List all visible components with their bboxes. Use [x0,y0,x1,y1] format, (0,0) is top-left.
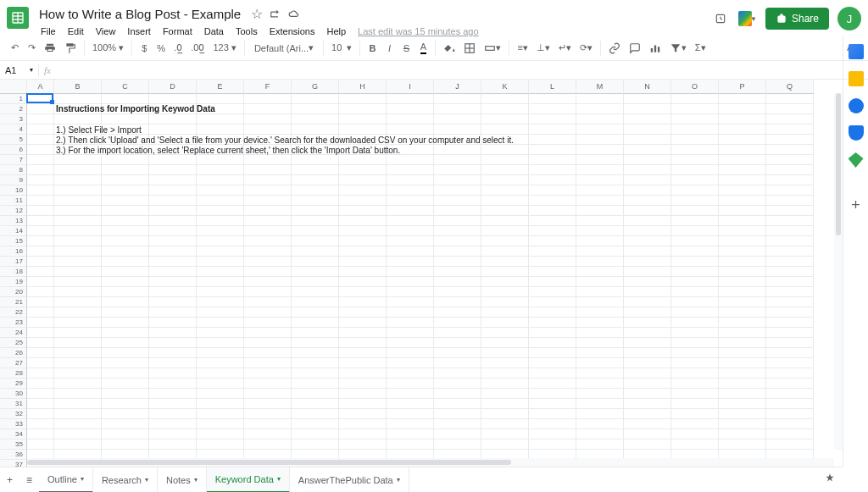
decrease-decimal-button[interactable]: .0̲ [170,39,186,58]
row-header-9[interactable]: 9 [0,175,27,185]
row-header-32[interactable]: 32 [0,409,27,419]
h-align-button[interactable]: ≡▾ [514,39,531,58]
sheet-tab-research[interactable]: Research▾ [93,467,158,493]
row-header-10[interactable]: 10 [0,185,27,196]
menu-data[interactable]: Data [199,25,229,38]
paint-format-icon[interactable] [61,39,80,58]
move-icon[interactable] [270,8,281,20]
italic-button[interactable]: I [381,39,397,58]
row-header-34[interactable]: 34 [0,429,27,439]
col-header-J[interactable]: J [434,80,481,94]
col-header-C[interactable]: C [102,80,149,94]
font-size-select[interactable]: 10 ▾ [328,41,355,55]
menu-help[interactable]: Help [321,25,351,38]
document-title[interactable]: How to Write a Blog Post - Example [36,5,244,23]
row-header-14[interactable]: 14 [0,226,27,236]
col-header-I[interactable]: I [387,80,434,94]
account-avatar[interactable]: J [837,7,861,30]
row-header-37[interactable]: 37 [0,460,27,467]
row-header-13[interactable]: 13 [0,216,27,226]
sheet-tab-outline[interactable]: Outline▾ [39,467,93,493]
row-header-22[interactable]: 22 [0,307,27,318]
row-header-17[interactable]: 17 [0,257,27,267]
menu-view[interactable]: View [91,25,121,38]
merge-button[interactable]: ▾ [481,39,504,58]
wrap-button[interactable]: ↵▾ [555,39,575,58]
col-header-N[interactable]: N [624,80,671,94]
redo-icon[interactable]: ↷ [24,39,39,58]
menu-insert[interactable]: Insert [122,25,156,38]
link-icon[interactable] [605,39,624,58]
sheets-logo[interactable] [7,7,29,29]
sheet-tab-answerthepublic-data[interactable]: AnswerThePublic Data▾ [290,467,409,493]
addons-plus-icon[interactable]: + [851,196,860,214]
tasks-icon[interactable] [849,98,864,113]
bold-button[interactable]: B [364,39,380,58]
currency-button[interactable]: $ [136,39,152,58]
col-header-H[interactable]: H [339,80,387,94]
col-header-B[interactable]: B [54,80,102,94]
col-header-O[interactable]: O [671,80,719,94]
filter-icon[interactable]: ▾ [666,39,690,58]
menu-tools[interactable]: Tools [231,25,263,38]
row-header-28[interactable]: 28 [0,368,27,379]
row-header-16[interactable]: 16 [0,246,27,257]
col-header-F[interactable]: F [244,80,292,94]
row-header-24[interactable]: 24 [0,328,27,338]
row-header-4[interactable]: 4 [0,124,27,135]
row-header-29[interactable]: 29 [0,379,27,389]
row-header-6[interactable]: 6 [0,145,27,155]
row-header-19[interactable]: 19 [0,277,27,287]
col-header-G[interactable]: G [292,80,339,94]
row-header-30[interactable]: 30 [0,389,27,399]
menu-file[interactable]: File [36,25,61,38]
col-header-M[interactable]: M [576,80,624,94]
menu-extensions[interactable]: Extensions [264,25,320,38]
horizontal-scrollbar[interactable] [27,458,834,467]
number-format-select[interactable]: 123 ▾ [209,41,239,55]
menu-format[interactable]: Format [158,25,198,38]
contacts-icon[interactable] [849,125,864,141]
last-edit-link[interactable]: Last edit was 15 minutes ago [358,26,478,36]
cloud-saved-icon[interactable] [288,8,300,20]
select-all-corner[interactable] [0,80,27,94]
row-header-27[interactable]: 27 [0,358,27,368]
borders-button[interactable] [460,39,479,58]
percent-button[interactable]: % [153,39,169,58]
chart-icon[interactable] [646,39,665,58]
col-header-E[interactable]: E [197,80,244,94]
vertical-scrollbar[interactable] [834,93,843,450]
history-icon[interactable] [711,9,730,28]
row-header-26[interactable]: 26 [0,348,27,358]
row-header-25[interactable]: 25 [0,338,27,348]
spreadsheet-grid[interactable]: ABCDEFGHIJKLMNOPQ 1234567891011121314151… [0,80,843,467]
strikethrough-button[interactable]: S [398,39,414,58]
col-header-A[interactable]: A [27,80,54,94]
row-header-33[interactable]: 33 [0,419,27,429]
row-header-11[interactable]: 11 [0,196,27,206]
name-box[interactable]: A1▾ [0,64,39,77]
sheet-tab-keyword-data[interactable]: Keyword Data▾ [207,467,290,493]
keep-icon[interactable] [849,71,864,86]
row-header-5[interactable]: 5 [0,135,27,145]
row-header-8[interactable]: 8 [0,165,27,175]
explore-button[interactable] [817,473,843,488]
col-header-P[interactable]: P [719,80,766,94]
col-header-D[interactable]: D [149,80,197,94]
undo-icon[interactable]: ↶ [7,39,22,58]
row-header-18[interactable]: 18 [0,267,27,277]
zoom-select[interactable]: 100% ▾ [89,41,127,55]
row-header-2[interactable]: 2 [0,104,27,114]
col-header-L[interactable]: L [529,80,576,94]
calendar-icon[interactable] [849,44,864,59]
increase-decimal-button[interactable]: .00̲ [187,39,208,58]
row-header-15[interactable]: 15 [0,236,27,246]
functions-icon[interactable]: Σ▾ [692,39,709,58]
row-header-21[interactable]: 21 [0,297,27,307]
row-header-3[interactable]: 3 [0,114,27,124]
row-header-36[interactable]: 36 [0,450,27,460]
star-icon[interactable]: ☆ [251,8,263,20]
row-header-1[interactable]: 1 [0,94,27,104]
menu-edit[interactable]: Edit [63,25,89,38]
row-header-35[interactable]: 35 [0,439,27,450]
